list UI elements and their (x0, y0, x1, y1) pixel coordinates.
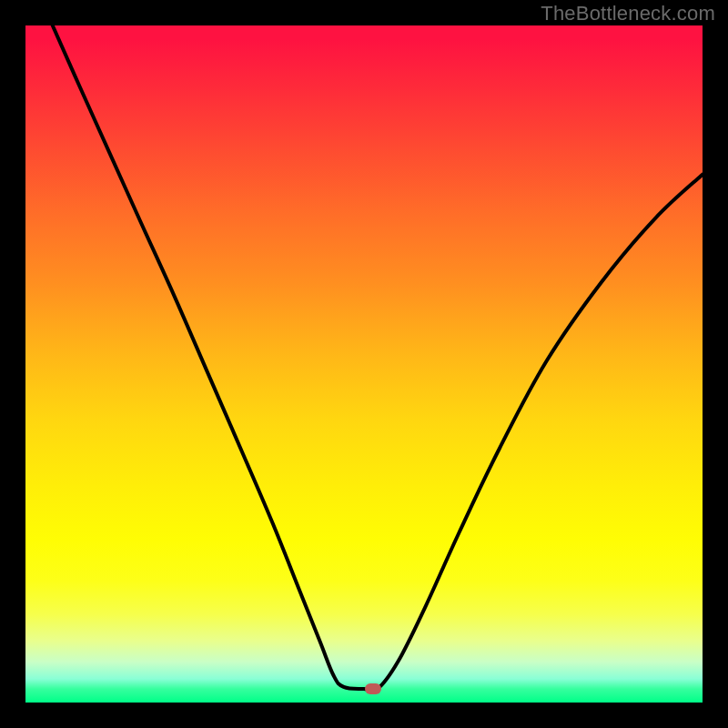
curve-layer (25, 25, 703, 703)
plot-area (25, 25, 703, 703)
watermark-text: TheBottleneck.com (541, 2, 715, 25)
bottleneck-curve (53, 25, 703, 692)
trough-marker (365, 683, 381, 694)
chart-frame: TheBottleneck.com (0, 0, 728, 728)
